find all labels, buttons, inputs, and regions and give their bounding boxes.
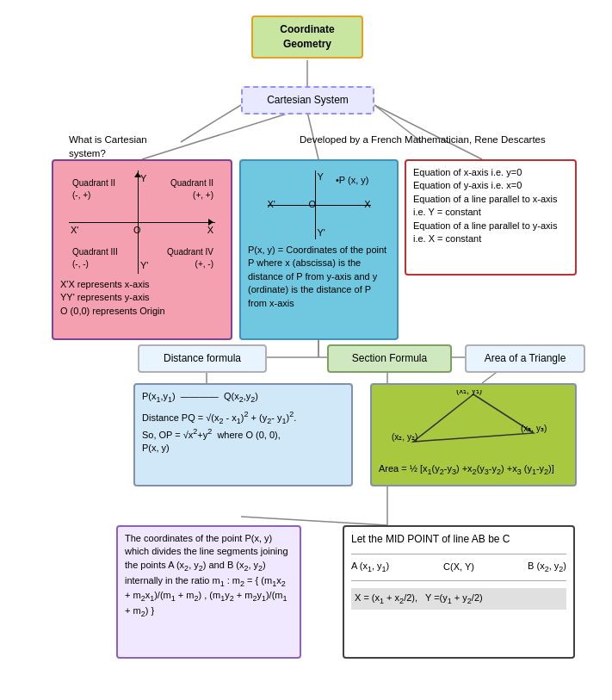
quad2-label: Quadrant II(-, +) (72, 177, 115, 201)
midpoint-b: B (x2, y2) (499, 560, 566, 575)
midpoint-formula: X = (x1 + x2/2), Y =(y1 + y2/2) (351, 588, 566, 610)
origin-dot: O (133, 224, 141, 237)
y-axis-line (138, 170, 139, 274)
axis-legend: X'X represents x-axis YY' represents y-a… (60, 278, 224, 318)
svg-line-1 (181, 105, 241, 142)
quad3-label: Quadrant III(-, -) (72, 246, 118, 270)
yaxis-legend: YY' represents y-axis (60, 291, 224, 304)
eq-line1: Equation of x-axis i.e. y=0 (413, 166, 568, 179)
equations-box: Equation of x-axis i.e. y=0 Equation of … (405, 159, 577, 276)
quad4-label: Quadrant IV(+, -) (167, 246, 213, 270)
midpoint-a: A (x1, y1) (351, 560, 418, 575)
xaxis-legend: X'X represents x-axis (60, 278, 224, 291)
cp-yprime-label: Y' (318, 226, 325, 239)
quad1-label: Quadrant II(+, +) (170, 177, 213, 201)
dist-line4: P(x, y) (142, 442, 344, 455)
eq-line3: Equation of a line parallel to x-axis i.… (413, 193, 568, 220)
distance-btn-label: Distance formula (164, 352, 241, 364)
cartesian-plane-box: Y X' X Y' O •P (x, y) P(x, y) = Coordina… (239, 159, 399, 340)
area-triangle-content: (x₁, y₁) (x₂, y₂) (x₃, y₃) Area = ½ [x1(… (370, 383, 577, 486)
svg-text:(x₁, y₁): (x₁, y₁) (456, 390, 482, 395)
y-label: Y (140, 172, 146, 185)
svg-line-10 (241, 517, 387, 525)
cp-diagram: Y X' X Y' O •P (x, y) (268, 170, 371, 239)
midpoint-content: Let the MID POINT of line AB be C A (x1,… (343, 525, 575, 659)
coord-geo-label: Coordinate Geometry (280, 23, 334, 50)
eq-line4: Equation of a line parallel to y-axis i.… (413, 220, 568, 246)
developed-box: Developed by a French Mathematician, Ren… (293, 127, 559, 152)
cp-y-label: Y (318, 170, 324, 183)
coord-geo-box: Coordinate Geometry (251, 15, 363, 59)
cp-x-axis (268, 205, 371, 206)
dist-line1: P(x1,y1) ———— Q(x2,y2) (142, 390, 344, 406)
dist-line2: Distance PQ = √(x2 - x1)2 + (y2- y1)2. (142, 409, 344, 426)
quadrant-diagram: X' X Y Y' O Quadrant II(-, +) Quadrant I… (69, 170, 215, 274)
y-prime-label: Y' (140, 259, 148, 272)
cp-x-label: X (364, 198, 370, 211)
x-prime-label: X' (71, 224, 78, 237)
svg-text:(x₃, y₃): (x₃, y₃) (521, 424, 547, 433)
quadrant-box: X' X Y Y' O Quadrant II(-, +) Quadrant I… (52, 159, 232, 340)
cartesian-box: Cartesian System (241, 86, 374, 115)
origin-legend: O (0,0) represents Origin (60, 305, 224, 318)
section-formula-content: The coordinates of the point P(x, y) whi… (116, 525, 301, 659)
dist-line3: So, OP = √x2+y2 where O (0, 0), (142, 426, 344, 442)
midpoint-title: Let the MID POINT of line AB be C (351, 532, 566, 547)
svg-text:(x₂, y₂): (x₂, y₂) (392, 432, 417, 442)
cp-point-label: •P (x, y) (336, 174, 368, 187)
section-text: The coordinates of the point P(x, y) whi… (125, 532, 293, 620)
area-btn-label: Area of a Triangle (485, 352, 566, 364)
midpoint-c: C(X, Y) (425, 561, 492, 573)
cartesian-label: Cartesian System (267, 94, 349, 106)
x-axis-line (69, 222, 215, 223)
distance-formula-button[interactable]: Distance formula (138, 344, 267, 373)
area-triangle-button[interactable]: Area of a Triangle (465, 344, 585, 373)
x-label: X (207, 224, 213, 237)
section-formula-button[interactable]: Section Formula (327, 344, 452, 373)
what-cartesian-label: What is Cartesiansystem? (69, 134, 147, 158)
svg-marker-13 (413, 394, 534, 442)
cp-desc: P(x, y) = Coordinates of the point P whe… (248, 244, 390, 310)
distance-formula-content: P(x1,y1) ———— Q(x2,y2) Distance PQ = √(x… (133, 383, 353, 486)
cp-origin-label: O (309, 198, 317, 211)
eq-line2: Equation of y-axis i.e. x=0 (413, 179, 568, 192)
developed-label: Developed by a French Mathematician, Ren… (300, 134, 546, 145)
section-btn-label: Section Formula (352, 352, 427, 364)
cp-xprime-label: X' (268, 198, 275, 211)
area-formula: Area = ½ [x1(y2-y3) +x2(y3-y2) +x3 (y1-y… (379, 462, 568, 478)
